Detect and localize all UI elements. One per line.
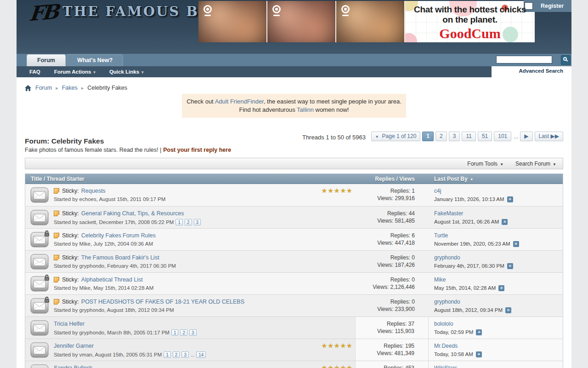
ad-brand[interactable]: GoodCum xyxy=(405,27,535,40)
breadcrumb-item-forum[interactable]: Forum xyxy=(35,85,52,91)
go-to-last-post-icon[interactable] xyxy=(476,351,482,357)
column-title-thread-starter[interactable]: Title / Thread Starter xyxy=(25,176,355,182)
advanced-search-link[interactable]: Advanced Search xyxy=(519,68,563,74)
thread-page-link-3[interactable]: 3 xyxy=(181,351,189,358)
column-replies-views[interactable]: Replies / Views xyxy=(355,176,429,182)
thread-title-link[interactable]: Tricia Helfer xyxy=(54,321,85,327)
forum-toolbar: Forum Tools Search Forum xyxy=(25,158,563,169)
thread-status-icon xyxy=(25,184,54,206)
breadcrumb-item-fakes[interactable]: Fakes xyxy=(62,85,78,91)
thread-page-link-3[interactable]: 3 xyxy=(194,219,201,225)
go-to-last-post-icon[interactable] xyxy=(507,196,513,202)
thread-title-link[interactable]: POST HEADSHOTS OF FAKES OF 18-21 YEAR OL… xyxy=(81,299,244,305)
search-button[interactable] xyxy=(561,55,571,65)
thread-prefix: Sticky: xyxy=(62,188,79,194)
page-number-list: 1231151101 xyxy=(420,132,511,141)
thread-status-icon xyxy=(25,207,54,228)
thread-page-link-3[interactable]: 3 xyxy=(189,329,197,336)
last-post-cell: gryphondo February 4th, 2017, 06:30 PM xyxy=(429,251,563,272)
ad-thumbnail[interactable] xyxy=(198,1,267,42)
last-post-user-link[interactable]: gryphondo xyxy=(434,254,460,261)
search-forum-menu[interactable]: Search Forum xyxy=(515,161,556,167)
thread-info: Sticky: POST HEADSHOTS OF FAKES OF 18-21… xyxy=(54,295,244,316)
last-post-date: Today, 02:59 PM xyxy=(434,329,473,336)
breadcrumb-separator-icon xyxy=(56,85,58,91)
site-logo-monogram[interactable]: FB xyxy=(28,0,58,26)
nav-link-forum-actions[interactable]: Forum Actions xyxy=(54,69,96,75)
go-to-last-post-icon[interactable] xyxy=(476,329,482,335)
go-to-last-post-icon[interactable] xyxy=(498,285,504,291)
thread-started-by: Started by gryphondo, February 4th, 2017… xyxy=(54,263,176,269)
thread-page-link-2[interactable]: 2 xyxy=(185,219,192,225)
home-icon[interactable] xyxy=(25,85,31,91)
last-post-user-link[interactable]: Mike xyxy=(434,276,446,283)
ad-thumbnail[interactable] xyxy=(267,1,336,42)
thread-title-link[interactable]: Jennifer Garner xyxy=(54,343,94,349)
last-post-user-link[interactable]: FakeMaster xyxy=(434,210,463,217)
page-button-51[interactable]: 51 xyxy=(478,132,492,141)
views-count: Views: 187,426 xyxy=(355,261,415,269)
go-to-last-post-icon[interactable] xyxy=(505,307,511,313)
ad-text-panel[interactable]: Chat with the hottest chicks on the plan… xyxy=(405,1,535,42)
thread-title-link[interactable]: Celebrity Fakes Forum Rules xyxy=(81,232,156,239)
thread-page-link-2[interactable]: 2 xyxy=(173,351,180,358)
thread-title-link[interactable]: General Faking Chat, Tips, & Resources xyxy=(81,210,184,217)
envelope-icon xyxy=(30,210,49,225)
replies-count: Replies: 0 xyxy=(355,298,415,305)
post-first-reply-link[interactable]: Post your first reply here xyxy=(163,147,231,153)
nav-link-quick-links[interactable]: Quick Links xyxy=(109,69,144,75)
ad-headline-line1: Chat with the hottest chicks xyxy=(405,5,535,15)
last-post-date: August 1st, 2021, 06:26 AM xyxy=(434,218,499,225)
notice-link-friendfinder[interactable]: Adult FriendFinder xyxy=(215,98,264,105)
ad-thumbnail[interactable] xyxy=(336,1,405,42)
last-page-button[interactable]: Last ▶▶ xyxy=(535,132,563,141)
thread-title-link[interactable]: Sandra Bullock xyxy=(54,365,92,368)
lock-icon xyxy=(44,296,50,305)
main-content: ForumFakesCelebrity Fakes Check out Adul… xyxy=(17,77,571,368)
thread-page-link-1[interactable]: 1 xyxy=(175,219,183,225)
page-button-1[interactable]: 1 xyxy=(422,132,434,141)
column-last-post-by[interactable]: Last Post By xyxy=(429,176,563,182)
envelope-icon xyxy=(30,342,49,358)
go-to-last-post-icon[interactable] xyxy=(513,241,519,247)
page-ellipsis: ... xyxy=(191,352,194,357)
tab-forum[interactable]: Forum xyxy=(27,54,66,66)
thread-info: Sandra Bullock Started by wonderboy, Feb… xyxy=(54,361,222,368)
last-post-user-link[interactable]: bolololo xyxy=(434,321,453,327)
thread-page-link-14[interactable]: 14 xyxy=(196,351,206,358)
replies-count: Replies: 37 xyxy=(356,320,414,328)
thread-page-link-2[interactable]: 2 xyxy=(180,329,187,336)
page-dropdown-button[interactable]: Page 1 of 120 xyxy=(371,132,421,141)
thread-page-link-1[interactable]: 1 xyxy=(171,329,179,336)
thread-title-link[interactable]: Requests xyxy=(81,188,106,194)
last-post-user-link[interactable]: Mr.Deeds xyxy=(434,343,458,349)
last-post-user-link[interactable]: c4j xyxy=(434,188,441,194)
register-button[interactable]: Register xyxy=(533,3,571,9)
page-button-11[interactable]: 11 xyxy=(462,132,475,141)
sticky-note-icon xyxy=(54,277,59,282)
last-post-user-link[interactable]: WikiStars xyxy=(434,365,458,368)
nav-link-faq[interactable]: FAQ xyxy=(29,69,40,75)
last-post-user-link[interactable]: gryphondo xyxy=(434,299,460,305)
page-button-2[interactable]: 2 xyxy=(435,132,447,141)
search-input[interactable] xyxy=(496,56,552,63)
thread-page-link-1[interactable]: 1 xyxy=(164,351,171,358)
rating-stars-icon: ★★★★★ xyxy=(322,187,353,194)
thread-title-link[interactable]: Alphabetical Thread List xyxy=(81,276,143,283)
envelope-icon xyxy=(30,254,49,270)
thread-page-links: 123 xyxy=(170,329,197,336)
next-page-button[interactable]: ▶ xyxy=(520,132,532,141)
thread-info: Sticky: Requests Started by echoes, Augu… xyxy=(54,184,165,206)
go-to-last-post-icon[interactable] xyxy=(507,263,513,269)
go-to-last-post-icon[interactable] xyxy=(502,219,508,225)
last-post-user-link[interactable]: Turtle xyxy=(434,232,448,239)
forum-tools-menu[interactable]: Forum Tools xyxy=(467,161,503,167)
page-button-3[interactable]: 3 xyxy=(449,132,460,141)
tab-what-s-new[interactable]: What's New? xyxy=(67,54,123,66)
page-button-101[interactable]: 101 xyxy=(494,132,511,141)
thread-started-by: Started by Mike, May 15th, 2014 02:28 AM xyxy=(54,285,153,291)
thread-title-link[interactable]: The Famous Board Fakir's List xyxy=(81,254,159,261)
table-row: Sticky: Celebrity Fakes Forum Rules Star… xyxy=(25,228,563,250)
ad-banner[interactable]: Chat with the hottest chicks on the plan… xyxy=(198,1,535,42)
notice-link-city[interactable]: Tallinn xyxy=(297,106,314,113)
